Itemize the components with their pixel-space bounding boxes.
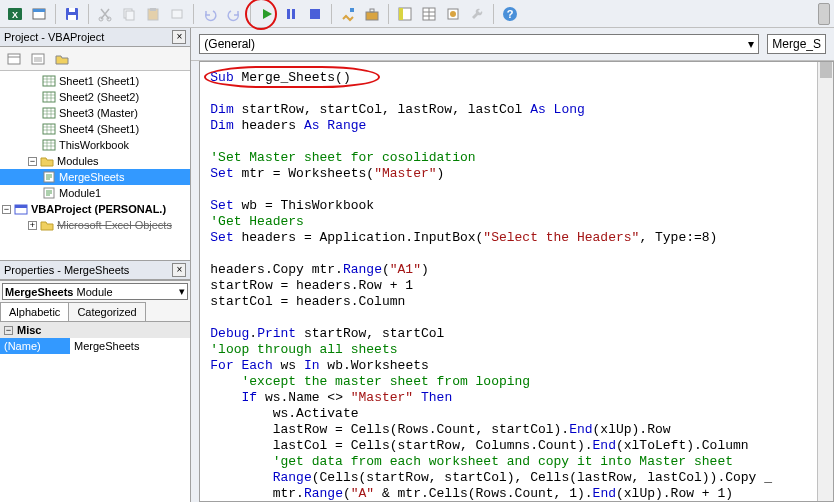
svg-rect-5: [69, 8, 75, 12]
view-object-icon[interactable]: [28, 49, 48, 69]
cut-icon[interactable]: [94, 3, 116, 25]
pause-icon[interactable]: [280, 3, 302, 25]
excel-icon[interactable]: X: [4, 3, 26, 25]
svg-rect-29: [34, 57, 42, 62]
copy-icon[interactable]: [118, 3, 140, 25]
vertical-scrollbar[interactable]: [817, 62, 833, 501]
scroll-up-icon[interactable]: [820, 62, 832, 78]
properties-panel-header: Properties - MergeSheets ×: [0, 261, 190, 280]
stop-icon[interactable]: [304, 3, 326, 25]
svg-rect-6: [68, 15, 76, 20]
tree-item[interactable]: Sheet4 (Sheet1): [0, 121, 190, 137]
main-toolbar: X ?: [0, 0, 834, 28]
svg-rect-10: [126, 11, 134, 20]
wrench-icon[interactable]: [466, 3, 488, 25]
tree-item[interactable]: +Microsoft Excel Objects: [0, 217, 190, 233]
svg-rect-12: [150, 8, 156, 11]
prop-category[interactable]: − Misc: [0, 322, 190, 338]
properties-panel-title: Properties - MergeSheets: [4, 264, 129, 276]
prop-row-name[interactable]: (Name) MergeSheets: [0, 338, 190, 354]
tab-alphabetic[interactable]: Alphabetic: [0, 302, 69, 321]
svg-rect-16: [310, 9, 320, 19]
svg-rect-21: [399, 8, 403, 20]
project-panel-title: Project - VBAProject: [4, 31, 104, 43]
tree-item[interactable]: ThisWorkbook: [0, 137, 190, 153]
tree-item[interactable]: Sheet1 (Sheet1): [0, 73, 190, 89]
project-explorer-icon[interactable]: [394, 3, 416, 25]
paste-icon[interactable]: [142, 3, 164, 25]
tree-item[interactable]: Sheet3 (Master): [0, 105, 190, 121]
object-browser-icon[interactable]: [442, 3, 464, 25]
tree-item[interactable]: Module1: [0, 185, 190, 201]
save-icon[interactable]: [61, 3, 83, 25]
folder-icon[interactable]: [52, 49, 72, 69]
svg-rect-34: [43, 140, 55, 150]
chevron-down-icon: ▾: [748, 37, 754, 51]
close-icon[interactable]: ×: [172, 263, 186, 277]
close-icon[interactable]: ×: [172, 30, 186, 44]
module-icon: [42, 186, 56, 200]
project-tree[interactable]: Sheet1 (Sheet1)Sheet2 (Sheet2)Sheet3 (Ma…: [0, 71, 190, 261]
tree-item[interactable]: Sheet2 (Sheet2): [0, 89, 190, 105]
code-editor[interactable]: Sub Merge_Sheets() Dim startRow, startCo…: [199, 61, 834, 502]
module-icon: [42, 170, 56, 184]
folder-icon: [40, 154, 54, 168]
sheet-icon: [42, 138, 56, 152]
design-icon[interactable]: [337, 3, 359, 25]
tab-categorized[interactable]: Categorized: [68, 302, 145, 321]
svg-rect-18: [366, 12, 378, 20]
svg-rect-3: [33, 9, 45, 12]
svg-rect-27: [8, 54, 20, 64]
project-panel-header: Project - VBAProject ×: [0, 28, 190, 47]
svg-rect-14: [287, 9, 290, 19]
format-icon[interactable]: [166, 3, 188, 25]
undo-icon[interactable]: [199, 3, 221, 25]
tree-item[interactable]: −Modules: [0, 153, 190, 169]
svg-text:X: X: [12, 10, 18, 20]
svg-rect-31: [43, 92, 55, 102]
svg-rect-38: [15, 205, 27, 208]
property-grid[interactable]: − Misc (Name) MergeSheets: [0, 322, 190, 502]
properties-icon[interactable]: [418, 3, 440, 25]
redo-icon[interactable]: [223, 3, 245, 25]
svg-rect-33: [43, 124, 55, 134]
svg-rect-17: [350, 8, 354, 12]
help-icon[interactable]: ?: [499, 3, 521, 25]
toolbox-icon[interactable]: [361, 3, 383, 25]
svg-rect-32: [43, 108, 55, 118]
folder-icon: [40, 218, 54, 232]
svg-text:?: ?: [507, 8, 514, 20]
tree-item[interactable]: −VBAProject (PERSONAL.): [0, 201, 190, 217]
svg-rect-15: [292, 9, 295, 19]
object-selector[interactable]: MergeSheets Module ▾: [2, 283, 188, 300]
procedure-dropdown[interactable]: Merge_S: [767, 34, 826, 54]
tree-item[interactable]: MergeSheets: [0, 169, 190, 185]
view-code-icon[interactable]: [4, 49, 24, 69]
toolbar-overflow-icon[interactable]: [818, 3, 830, 25]
sheet-icon: [42, 106, 56, 120]
proj-icon: [14, 202, 28, 216]
sheet-icon: [42, 74, 56, 88]
project-mini-toolbar: [0, 47, 190, 71]
svg-rect-30: [43, 76, 55, 86]
svg-rect-19: [370, 9, 374, 12]
chevron-down-icon: ▾: [179, 285, 185, 298]
object-dropdown[interactable]: (General) ▾: [199, 34, 759, 54]
sheet-icon: [42, 90, 56, 104]
view-icon[interactable]: [28, 3, 50, 25]
run-icon[interactable]: [256, 3, 278, 25]
svg-rect-13: [172, 10, 182, 18]
sheet-icon: [42, 122, 56, 136]
svg-point-24: [450, 11, 456, 17]
